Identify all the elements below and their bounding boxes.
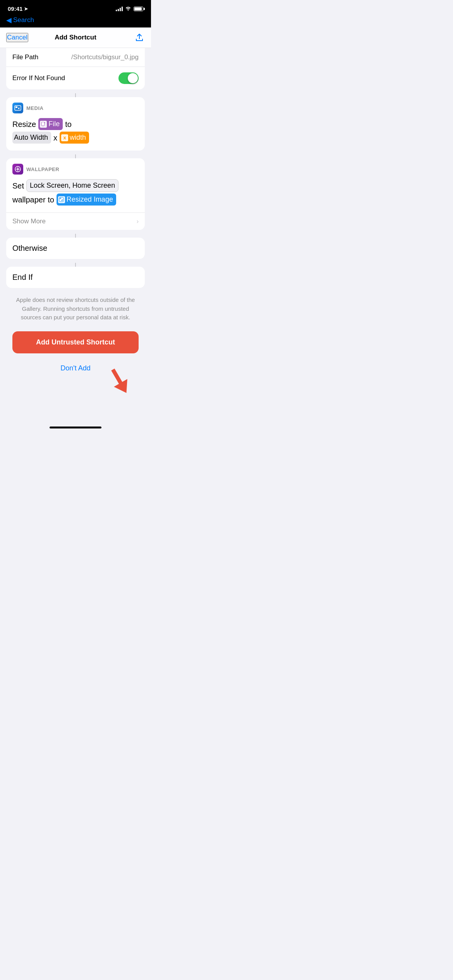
location-icon: ➤ xyxy=(24,6,28,12)
file-token[interactable]: File xyxy=(38,118,63,130)
svg-rect-2 xyxy=(41,122,45,126)
to-label: to xyxy=(65,118,72,130)
connector-line-1 xyxy=(75,93,76,97)
file-token-label: File xyxy=(48,119,60,129)
wallpaper-to-label: wallpaper to xyxy=(12,194,54,206)
back-chevron-icon: ◀ xyxy=(6,16,12,24)
connector-line-3 xyxy=(75,234,76,238)
resized-image-icon xyxy=(58,196,65,203)
wifi-icon xyxy=(125,6,131,12)
battery-icon xyxy=(134,7,143,11)
set-label: Set xyxy=(12,180,24,192)
navigation-bar: Cancel Add Shortcut xyxy=(0,27,151,48)
add-untrusted-button[interactable]: Add Untrusted Shortcut xyxy=(12,331,139,353)
x-var-token[interactable]: x width xyxy=(60,132,89,144)
media-section-header: MEDIA xyxy=(6,97,145,117)
status-bar-right xyxy=(116,6,143,12)
svg-marker-7 xyxy=(106,365,133,397)
show-more-label: Show More xyxy=(12,218,46,225)
status-bar: 09:41 ➤ xyxy=(0,0,151,14)
resized-image-label: Resized Image xyxy=(67,194,113,205)
svg-rect-6 xyxy=(60,198,61,199)
cancel-button[interactable]: Cancel xyxy=(6,33,28,42)
wallpaper-section-icon xyxy=(12,164,23,175)
media-action-line1: Resize File to xyxy=(12,118,139,130)
wallpaper-section-header: WALLPAPER xyxy=(6,158,145,178)
time-display: 09:41 xyxy=(8,5,22,12)
wallpaper-action-line2: wallpaper to Resized Image xyxy=(12,194,139,206)
width-label: width xyxy=(70,132,86,143)
file-path-label: File Path xyxy=(12,53,38,61)
file-path-card: File Path /Shortcuts/bigsur_0.jpg Error … xyxy=(6,48,145,89)
home-bar xyxy=(50,427,101,428)
error-toggle-label: Error If Not Found xyxy=(12,74,65,82)
wallpaper-card: WALLPAPER Set Lock Screen, Home Screen w… xyxy=(6,158,145,230)
page-title: Add Shortcut xyxy=(55,34,96,41)
signal-bars-icon xyxy=(116,7,123,11)
file-path-row: File Path /Shortcuts/bigsur_0.jpg xyxy=(6,48,145,67)
end-if-label: End If xyxy=(12,273,33,281)
file-token-icon xyxy=(40,121,47,128)
media-card: MEDIA Resize File to Auto Wi xyxy=(6,97,145,151)
wallpaper-action-content: Set Lock Screen, Home Screen wallpaper t… xyxy=(6,178,145,212)
media-action-content: Resize File to Auto Width x xyxy=(6,117,145,151)
dont-add-container: Don't Add xyxy=(6,360,145,377)
screen-token[interactable]: Lock Screen, Home Screen xyxy=(26,179,118,192)
screen-token-label: Lock Screen, Home Screen xyxy=(30,180,115,191)
svg-rect-1 xyxy=(15,106,17,108)
x-label: x xyxy=(53,132,57,144)
otherwise-card: Otherwise xyxy=(6,238,145,259)
svg-rect-0 xyxy=(15,106,21,110)
file-path-file: bigsur_0.jpg xyxy=(103,53,139,61)
connector-line-4 xyxy=(75,263,76,267)
auto-width-token[interactable]: Auto Width xyxy=(12,132,51,144)
chevron-right-icon: › xyxy=(137,218,139,225)
back-navigation: ◀ Search xyxy=(0,14,151,27)
toggle-knob xyxy=(128,73,138,83)
resize-label: Resize xyxy=(12,118,36,130)
otherwise-label: Otherwise xyxy=(12,244,47,252)
show-more-row[interactable]: Show More › xyxy=(6,212,145,230)
wallpaper-section-label: WALLPAPER xyxy=(26,166,59,172)
home-indicator xyxy=(0,423,151,435)
error-toggle[interactable] xyxy=(118,72,139,84)
content-area: File Path /Shortcuts/bigsur_0.jpg Error … xyxy=(0,48,151,392)
media-action-line2: Auto Width x x width xyxy=(12,132,139,144)
x-var-icon: x xyxy=(61,134,68,141)
back-button[interactable]: ◀ Search xyxy=(6,16,34,24)
status-bar-left: 09:41 ➤ xyxy=(8,5,28,12)
resized-image-token[interactable]: Resized Image xyxy=(57,194,116,206)
media-section-label: MEDIA xyxy=(26,105,43,111)
disclaimer-text: Apple does not review shortcuts outside … xyxy=(6,296,145,331)
file-path-prefix: /Shortcuts/ xyxy=(71,53,103,61)
wallpaper-action-line1: Set Lock Screen, Home Screen xyxy=(12,179,139,192)
error-toggle-row: Error If Not Found xyxy=(6,67,145,89)
media-section-icon xyxy=(12,103,23,113)
file-path-value: /Shortcuts/bigsur_0.jpg xyxy=(71,53,139,61)
share-button[interactable] xyxy=(134,32,145,43)
back-label: Search xyxy=(13,16,34,24)
connector-line-2 xyxy=(75,154,76,158)
arrow-annotation xyxy=(102,364,137,400)
end-if-card: End If xyxy=(6,267,145,288)
auto-width-label: Auto Width xyxy=(14,132,48,143)
